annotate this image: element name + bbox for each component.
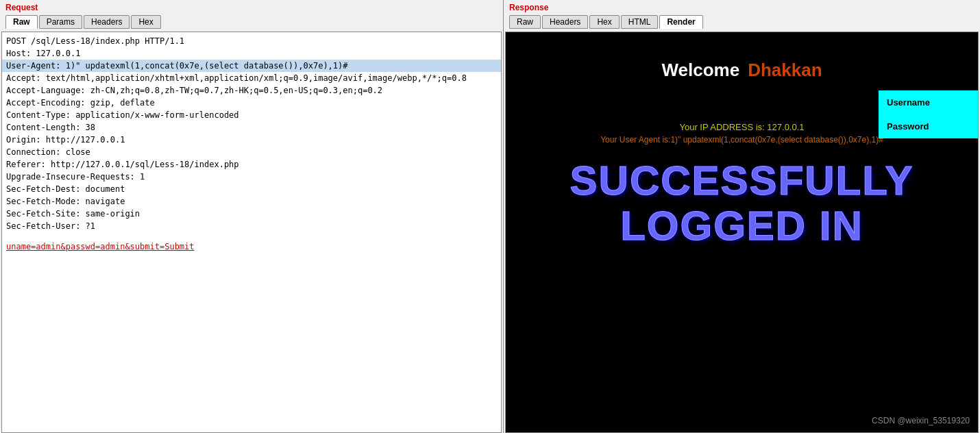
request-line-11: Referer: http://127.0.0.1/sql/Less-18/in… (6, 158, 497, 171)
request-line-15: Sec-Fetch-Site: same-origin (6, 208, 497, 220)
ip-section: Your IP ADDRESS is: 127.0.0.1 Your User … (600, 122, 883, 145)
request-line-1: POST /sql/Less-18/index.php HTTP/1.1 (6, 35, 497, 47)
tooltip-username: Username (887, 97, 970, 108)
request-line-12: Upgrade-Insecure-Requests: 1 (6, 171, 497, 183)
request-body: POST /sql/Less-18/index.php HTTP/1.1 Hos… (1, 32, 502, 433)
welcome-label: Welcome (661, 60, 739, 81)
success-line1: SUCCESSFULLY (570, 158, 914, 203)
request-line-13: Sec-Fetch-Dest: document (6, 183, 497, 195)
request-line-8: Content-Length: 38 (6, 121, 497, 134)
request-line-7: Content-Type: application/x-www-form-url… (6, 109, 497, 121)
response-tab-bar: Raw Headers Hex HTML Render (509, 15, 975, 29)
welcome-name: Dhakkan (748, 60, 822, 81)
request-form-data: uname=admin&passwd=admin&submit=Submit (6, 240, 497, 253)
ip-address-text: Your IP ADDRESS is: 127.0.0.1 (600, 122, 883, 132)
tab-render[interactable]: Render (659, 15, 702, 29)
response-title: Response (509, 3, 975, 12)
tab-raw-request[interactable]: Raw (5, 15, 38, 29)
request-line-14: Sec-Fetch-Mode: navigate (6, 195, 497, 208)
main-container: Request Raw Params Headers Hex POST /sql… (0, 0, 980, 433)
left-panel: Request Raw Params Headers Hex POST /sql… (0, 0, 504, 433)
user-agent-text: Your User Agent is:1)" updatexml(1,conca… (600, 135, 883, 145)
request-line-2: Host: 127.0.0.1 (6, 47, 497, 60)
tab-raw-response[interactable]: Raw (509, 15, 541, 29)
response-body: Welcome Dhakkan Username Password Your I… (505, 32, 979, 433)
response-header: Response Raw Headers Hex HTML Render (504, 0, 980, 32)
success-line2: LOGGED IN (570, 203, 914, 249)
request-title: Request (5, 3, 498, 12)
request-tab-bar: Raw Params Headers Hex (5, 15, 498, 29)
success-message: SUCCESSFULLY LOGGED IN (570, 158, 914, 249)
tab-headers-request[interactable]: Headers (84, 15, 130, 29)
tooltip-password: Password (887, 121, 970, 132)
request-line-6: Accept-Encoding: gzip, deflate (6, 97, 497, 109)
welcome-section: Welcome Dhakkan (661, 60, 822, 81)
tab-headers-response[interactable]: Headers (542, 15, 588, 29)
tab-html[interactable]: HTML (621, 15, 659, 29)
tab-hex-response[interactable]: Hex (589, 15, 619, 29)
tab-hex-request[interactable]: Hex (131, 15, 160, 29)
request-line-5: Accept-Language: zh-CN,zh;q=0.8,zh-TW;q=… (6, 84, 497, 97)
csdn-watermark: CSDN @weixin_53519320 (872, 416, 970, 425)
tooltip-box: Username Password (879, 90, 978, 138)
form-data-text: uname=admin&passwd=admin&submit=Submit (6, 242, 195, 251)
tab-params[interactable]: Params (39, 15, 82, 29)
request-line-9: Origin: http://127.0.0.1 (6, 134, 497, 146)
right-panel: Response Raw Headers Hex HTML Render Wel… (504, 0, 980, 433)
request-line-4: Accept: text/html,application/xhtml+xml,… (6, 72, 497, 84)
request-line-3-highlighted: User-Agent: 1)" updatexml(1,concat(0x7e,… (2, 60, 501, 72)
request-line-10: Connection: close (6, 146, 497, 158)
request-line-16: Sec-Fetch-User: ?1 (6, 220, 497, 232)
request-header: Request Raw Params Headers Hex (0, 0, 503, 32)
